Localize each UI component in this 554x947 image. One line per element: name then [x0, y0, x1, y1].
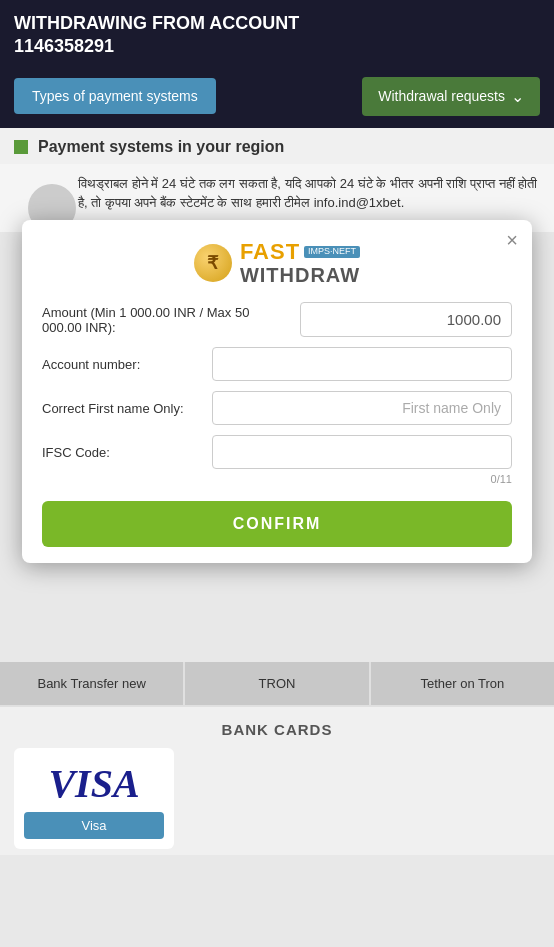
char-count: 0/11 [42, 473, 512, 485]
logo-row-2: WITHDRAW [240, 264, 360, 286]
ifsc-row: IFSC Code: [42, 435, 512, 469]
amount-input[interactable] [300, 302, 512, 337]
top-nav: Types of payment systems Withdrawal requ… [0, 69, 554, 128]
modal-overlay: × ₹ FAST IMPS·NEFT WITHDRAW Amount (Min … [0, 220, 554, 563]
bank-cards-section: BANK CARDS VISA Visa [0, 707, 554, 855]
logo-text: FAST IMPS·NEFT WITHDRAW [240, 240, 360, 286]
confirm-button[interactable]: CONFIRM [42, 501, 512, 547]
account-number-row: Account number: [42, 347, 512, 381]
chevron-down-icon: ⌄ [511, 87, 524, 106]
visa-button[interactable]: Visa [24, 812, 164, 839]
coin-symbol: ₹ [207, 252, 218, 274]
logo-coin: ₹ [194, 244, 232, 282]
account-number-input[interactable] [212, 347, 512, 381]
imps-neft-tag: IMPS·NEFT [304, 246, 360, 258]
modal-dialog: × ₹ FAST IMPS·NEFT WITHDRAW Amount (Min … [22, 220, 532, 563]
bottom-tabs: Bank Transfer new TRON Tether on Tron [0, 662, 554, 707]
header: WITHDRAWING FROM ACCOUNT 1146358291 [0, 0, 554, 69]
amount-label: Amount (Min 1 000.00 INR / Max 50 000.00… [42, 305, 290, 335]
ifsc-input[interactable] [212, 435, 512, 469]
fast-label: FAST [240, 240, 300, 264]
visa-logo: VISA [48, 764, 139, 804]
logo-row-1: FAST IMPS·NEFT [240, 240, 360, 264]
withdrawal-requests-button[interactable]: Withdrawal requests ⌄ [362, 77, 540, 116]
tab-bank-transfer-new[interactable]: Bank Transfer new [0, 662, 183, 705]
visa-card: VISA Visa [14, 748, 174, 849]
modal-close-button[interactable]: × [506, 230, 518, 250]
info-text: विथड्राबल होने में 24 घंटे तक लग सकता है… [78, 174, 540, 213]
modal-logo: ₹ FAST IMPS·NEFT WITHDRAW [42, 240, 512, 286]
tab-tron[interactable]: TRON [185, 662, 368, 705]
header-title: WITHDRAWING FROM ACCOUNT 1146358291 [14, 12, 540, 59]
bank-cards-title: BANK CARDS [0, 721, 554, 738]
amount-row: Amount (Min 1 000.00 INR / Max 50 000.00… [42, 302, 512, 337]
green-indicator [14, 140, 28, 154]
payment-region-label: Payment systems in your region [38, 138, 284, 156]
withdrawal-requests-label: Withdrawal requests [378, 88, 505, 104]
ifsc-label: IFSC Code: [42, 445, 202, 460]
firstname-row: Correct First name Only: [42, 391, 512, 425]
tab-tether-on-tron[interactable]: Tether on Tron [371, 662, 554, 705]
types-of-payment-button[interactable]: Types of payment systems [14, 78, 216, 114]
firstname-input[interactable] [212, 391, 512, 425]
account-label: Account number: [42, 357, 202, 372]
firstname-label: Correct First name Only: [42, 401, 202, 416]
withdraw-label: WITHDRAW [240, 264, 360, 286]
payment-region-bar: Payment systems in your region [0, 128, 554, 164]
